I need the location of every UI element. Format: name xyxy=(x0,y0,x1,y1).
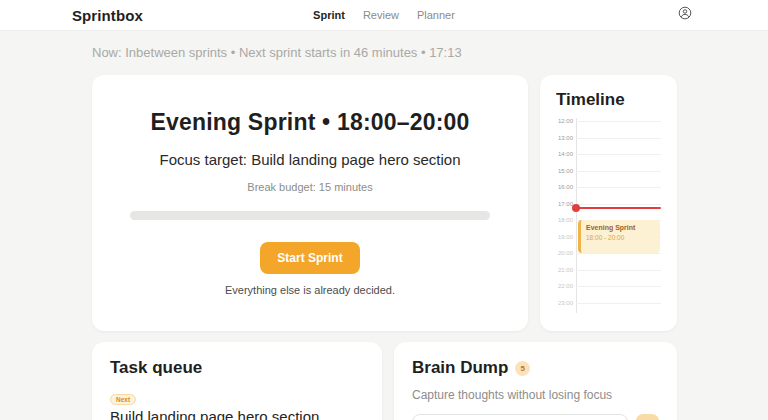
timeline-gridline xyxy=(576,187,661,188)
brain-dump-input-row: + xyxy=(412,414,659,420)
timeline-hour-label: 23:00 xyxy=(556,300,573,306)
timeline-hour-label: 19:00 xyxy=(556,234,573,240)
timeline-gridline xyxy=(576,121,661,122)
timeline-now-line xyxy=(576,207,661,209)
timeline-gridline xyxy=(576,204,661,205)
timeline-event-title: Evening Sprint xyxy=(586,224,655,231)
timeline-hour-label: 13:00 xyxy=(556,135,573,141)
task-queue-title: Task queue xyxy=(110,358,364,378)
focus-target-text: Focus target: Build landing page hero se… xyxy=(130,151,490,168)
timeline-gridline xyxy=(576,303,661,304)
task-queue-card: Task queue Next Build landing page hero … xyxy=(92,342,382,420)
timeline-grid: Evening Sprint 18:00 - 20:00 12:0013:001… xyxy=(556,121,661,313)
brain-dump-card: Brain Dump 5 Capture thoughts without lo… xyxy=(394,342,677,420)
sprint-title: Evening Sprint • 18:00–20:00 xyxy=(130,109,490,136)
brain-dump-count-badge: 5 xyxy=(515,361,530,376)
task-label: Build landing page hero section xyxy=(110,408,364,420)
timeline-gridline xyxy=(576,286,661,287)
timeline-hour-label: 14:00 xyxy=(556,151,573,157)
nav-item-review[interactable]: Review xyxy=(363,9,399,21)
timeline-gridline xyxy=(576,138,661,139)
add-thought-button[interactable]: + xyxy=(636,414,659,420)
brain-dump-title: Brain Dump xyxy=(412,358,508,378)
timeline-title: Timeline xyxy=(556,90,661,110)
header: Sprintbox Sprint Review Planner xyxy=(0,0,768,31)
sprint-card: Evening Sprint • 18:00–20:00 Focus targe… xyxy=(92,75,528,331)
timeline-hour-label: 16:00 xyxy=(556,184,573,190)
timeline-now-dot xyxy=(572,204,580,212)
sprint-progress-bar xyxy=(130,211,490,220)
brand-logo[interactable]: Sprintbox xyxy=(72,7,143,24)
account-button[interactable] xyxy=(678,6,692,24)
timeline-hour-label: 17:00 xyxy=(556,201,573,207)
next-badge: Next xyxy=(110,394,136,405)
nav-item-planner[interactable]: Planner xyxy=(417,9,455,21)
timeline-hour-label: 12:00 xyxy=(556,118,573,124)
timeline-hour-label: 20:00 xyxy=(556,250,573,256)
main-nav: Sprint Review Planner xyxy=(313,0,455,30)
now-status-text: Now: Inbetween sprints • Next sprint sta… xyxy=(92,45,676,60)
quick-thought-input[interactable] xyxy=(412,414,628,420)
timeline-gridline xyxy=(576,154,661,155)
timeline-gridline xyxy=(576,270,661,271)
task-queue-item[interactable]: Next Build landing page hero section xyxy=(110,388,364,420)
user-circle-icon xyxy=(678,6,692,24)
nav-item-sprint[interactable]: Sprint xyxy=(313,9,345,21)
timeline-axis xyxy=(576,118,577,313)
timeline-hour-label: 21:00 xyxy=(556,267,573,273)
sprint-footnote: Everything else is already decided. xyxy=(130,284,490,296)
timeline-hour-label: 15:00 xyxy=(556,168,573,174)
brain-dump-header: Brain Dump 5 xyxy=(412,358,659,378)
break-budget-text: Break budget: 15 minutes xyxy=(130,181,490,193)
start-sprint-button[interactable]: Start Sprint xyxy=(260,242,359,274)
timeline-hour-label: 22:00 xyxy=(556,283,573,289)
timeline-gridline xyxy=(576,253,661,254)
brain-dump-subtitle: Capture thoughts without losing focus xyxy=(412,388,659,402)
timeline-gridline xyxy=(576,171,661,172)
timeline-hour-label: 18:00 xyxy=(556,217,573,223)
timeline-event-time: 18:00 - 20:00 xyxy=(586,234,655,241)
timeline-card: Timeline Evening Sprint 18:00 - 20:00 12… xyxy=(540,75,677,331)
timeline-event-evening-sprint[interactable]: Evening Sprint 18:00 - 20:00 xyxy=(578,220,660,253)
